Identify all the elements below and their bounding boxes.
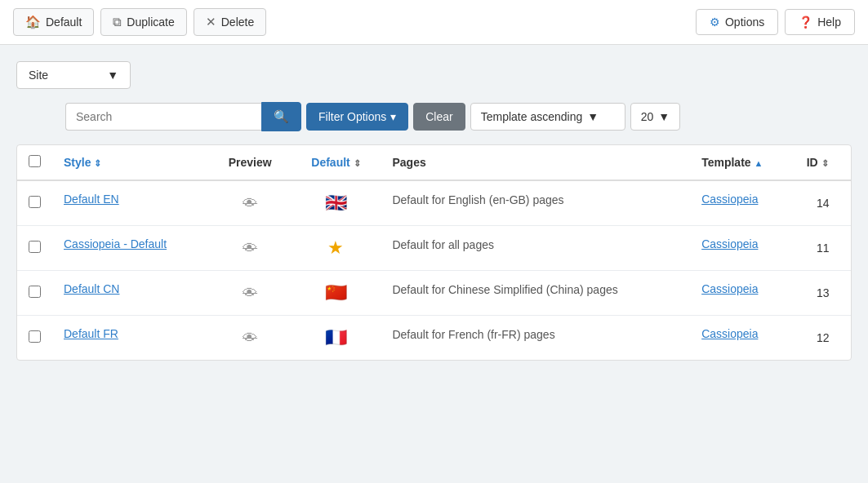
id-value: 13 xyxy=(817,286,830,299)
flag-icon: 🇫🇷 xyxy=(325,327,347,348)
style-link[interactable]: Default FR xyxy=(64,327,118,340)
flag-icon: 🇨🇳 xyxy=(325,282,347,303)
table-row: Default CN👁🇨🇳Default for Chinese Simplif… xyxy=(17,271,851,316)
sort-label: Template ascending xyxy=(481,110,583,123)
delete-label: Delete xyxy=(221,16,254,29)
template-header-label: Template xyxy=(701,156,750,169)
style-cell: Default FR xyxy=(52,316,209,361)
default-column-header[interactable]: Default ⇕ xyxy=(292,145,381,180)
site-dropdown-label: Site xyxy=(29,69,48,82)
duplicate-label: Duplicate xyxy=(127,16,174,29)
filter-bar: 🔍 Filter Options ▾ Clear Template ascend… xyxy=(16,102,852,131)
styles-table-container: Style ⇕ Preview Default ⇕ Pages Templa xyxy=(16,144,852,361)
gear-icon: ⚙ xyxy=(710,16,720,29)
select-all-header xyxy=(17,145,52,180)
style-header-label: Style xyxy=(64,156,91,169)
preview-hidden-icon: 👁 xyxy=(243,195,257,211)
row-checkbox[interactable] xyxy=(29,241,41,253)
id-value: 11 xyxy=(817,242,830,255)
preview-hidden-icon: 👁 xyxy=(243,240,257,256)
template-link[interactable]: Cassiopeia xyxy=(701,327,758,340)
site-dropdown[interactable]: Site ▼ xyxy=(16,61,131,89)
delete-button[interactable]: ✕ Delete xyxy=(194,8,266,36)
row-checkbox-cell xyxy=(17,226,52,271)
id-header-label: ID xyxy=(807,156,818,169)
template-cell: Cassiopeia xyxy=(690,180,795,226)
table-row: Default FR👁🇫🇷Default for French (fr-FR) … xyxy=(17,316,851,361)
template-link[interactable]: Cassiopeia xyxy=(701,237,758,250)
default-cell: 🇫🇷 xyxy=(292,316,381,361)
options-label: Options xyxy=(725,16,764,29)
id-value: 12 xyxy=(817,331,830,344)
default-button[interactable]: 🏠 Default xyxy=(13,8,94,36)
id-cell: 14 xyxy=(795,180,851,226)
template-column-header[interactable]: Template ▲ xyxy=(690,145,795,180)
style-cell: Cassiopeia - Default xyxy=(52,226,209,271)
row-checkbox-cell xyxy=(17,316,52,361)
page-size-dropdown[interactable]: 20 ▼ xyxy=(630,103,680,131)
default-label: Default xyxy=(46,16,82,29)
default-cell: 🇨🇳 xyxy=(292,271,381,316)
star-icon: ★ xyxy=(327,237,344,258)
id-value: 14 xyxy=(817,197,830,210)
help-button[interactable]: ❓ Help xyxy=(785,9,855,35)
pages-text: Default for French (fr-FR) pages xyxy=(392,328,554,341)
preview-hidden-icon: 👁 xyxy=(243,285,257,301)
preview-cell: 👁 xyxy=(209,316,292,361)
default-cell: 🇬🇧 xyxy=(292,180,381,226)
preview-cell: 👁 xyxy=(209,180,292,226)
home-icon: 🏠 xyxy=(25,15,41,29)
preview-cell: 👁 xyxy=(209,226,292,271)
options-button[interactable]: ⚙ Options xyxy=(696,9,778,35)
help-icon: ❓ xyxy=(799,16,812,29)
chevron-down-icon: ▾ xyxy=(390,110,396,123)
id-cell: 11 xyxy=(795,226,851,271)
search-wrapper: 🔍 xyxy=(65,102,301,131)
default-header-label: Default xyxy=(311,156,349,169)
preview-header-label: Preview xyxy=(229,156,272,169)
clear-button[interactable]: Clear xyxy=(413,103,465,131)
row-checkbox-cell xyxy=(17,271,52,316)
select-all-checkbox[interactable] xyxy=(29,155,41,167)
style-link[interactable]: Default EN xyxy=(64,193,119,206)
duplicate-button[interactable]: ⧉ Duplicate xyxy=(100,8,186,36)
table-header-row: Style ⇕ Preview Default ⇕ Pages Templa xyxy=(17,145,851,180)
row-checkbox[interactable] xyxy=(29,330,41,343)
default-cell: ★ xyxy=(292,226,381,271)
style-cell: Default EN xyxy=(52,180,209,226)
close-icon: ✕ xyxy=(206,15,216,29)
template-cell: Cassiopeia xyxy=(690,316,795,361)
help-label: Help xyxy=(817,16,841,29)
template-cell: Cassiopeia xyxy=(690,271,795,316)
row-checkbox[interactable] xyxy=(29,286,41,298)
styles-table: Style ⇕ Preview Default ⇕ Pages Templa xyxy=(17,145,851,360)
style-link[interactable]: Default CN xyxy=(64,282,119,295)
filter-options-button[interactable]: Filter Options ▾ xyxy=(306,103,408,131)
template-link[interactable]: Cassiopeia xyxy=(701,193,758,206)
style-cell: Default CN xyxy=(52,271,209,316)
template-link[interactable]: Cassiopeia xyxy=(701,282,758,295)
page-size-label: 20 xyxy=(641,110,654,123)
search-button[interactable]: 🔍 xyxy=(261,102,301,131)
id-column-header[interactable]: ID ⇕ xyxy=(795,145,851,180)
style-link[interactable]: Cassiopeia - Default xyxy=(64,237,167,250)
chevron-down-icon: ▼ xyxy=(107,69,118,82)
pages-text: Default for English (en-GB) pages xyxy=(392,193,563,206)
preview-column-header: Preview xyxy=(209,145,292,180)
chevron-down-icon: ▼ xyxy=(587,110,599,123)
toolbar-right: ⚙ Options ❓ Help xyxy=(696,9,855,35)
pages-column-header: Pages xyxy=(381,145,690,180)
copy-icon: ⧉ xyxy=(113,15,122,29)
main-toolbar: 🏠 Default ⧉ Duplicate ✕ Delete ⚙ Options… xyxy=(0,0,868,45)
sort-dropdown[interactable]: Template ascending ▼ xyxy=(470,103,625,131)
search-input[interactable] xyxy=(65,103,261,131)
row-checkbox-cell xyxy=(17,180,52,226)
clear-label: Clear xyxy=(425,110,452,123)
template-cell: Cassiopeia xyxy=(690,226,795,271)
sort-icon: ⇕ xyxy=(94,158,101,168)
flag-icon: 🇬🇧 xyxy=(325,193,347,213)
row-checkbox[interactable] xyxy=(29,196,41,208)
table-row: Default EN👁🇬🇧Default for English (en-GB)… xyxy=(17,180,851,226)
style-column-header[interactable]: Style ⇕ xyxy=(52,145,209,180)
pages-cell: Default for English (en-GB) pages xyxy=(381,180,690,226)
